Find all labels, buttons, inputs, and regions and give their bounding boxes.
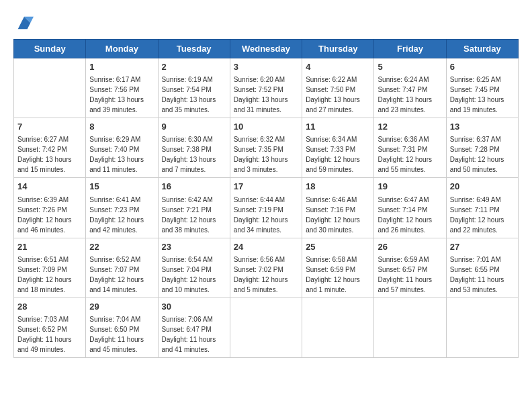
- day-number: 20: [450, 181, 515, 193]
- day-number: 29: [89, 301, 154, 313]
- day-number: 11: [306, 121, 370, 133]
- day-info: Sunrise: 6:56 AM Sunset: 7:02 PM Dayligh…: [234, 255, 298, 295]
- calendar-cell: 12Sunrise: 6:36 AM Sunset: 7:31 PM Dayli…: [374, 118, 446, 178]
- day-info: Sunrise: 6:49 AM Sunset: 7:11 PM Dayligh…: [450, 195, 515, 235]
- day-info: Sunrise: 6:59 AM Sunset: 6:57 PM Dayligh…: [378, 255, 442, 295]
- calendar-cell: 24Sunrise: 6:56 AM Sunset: 7:02 PM Dayli…: [230, 238, 302, 298]
- day-info: Sunrise: 6:44 AM Sunset: 7:19 PM Dayligh…: [234, 195, 298, 235]
- day-number: 16: [162, 181, 226, 193]
- calendar-cell: 23Sunrise: 6:54 AM Sunset: 7:04 PM Dayli…: [158, 238, 230, 298]
- day-info: Sunrise: 6:47 AM Sunset: 7:14 PM Dayligh…: [378, 195, 442, 235]
- calendar-cell: 29Sunrise: 7:04 AM Sunset: 6:50 PM Dayli…: [86, 298, 158, 357]
- day-info: Sunrise: 6:41 AM Sunset: 7:23 PM Dayligh…: [89, 195, 154, 235]
- day-number: 28: [17, 301, 82, 313]
- day-number: 8: [89, 121, 154, 133]
- day-number: 21: [17, 241, 82, 253]
- week-row-1: 1Sunrise: 6:17 AM Sunset: 7:56 PM Daylig…: [14, 58, 519, 118]
- day-number: 26: [378, 241, 442, 253]
- day-info: Sunrise: 6:46 AM Sunset: 7:16 PM Dayligh…: [306, 195, 370, 235]
- day-info: Sunrise: 6:42 AM Sunset: 7:21 PM Dayligh…: [162, 195, 226, 235]
- calendar-cell: 27Sunrise: 7:01 AM Sunset: 6:55 PM Dayli…: [446, 238, 518, 298]
- calendar-table: SundayMondayTuesdayWednesdayThursdayFrid…: [13, 39, 519, 358]
- day-info: Sunrise: 6:52 AM Sunset: 7:07 PM Dayligh…: [89, 255, 154, 295]
- calendar-cell: 30Sunrise: 7:06 AM Sunset: 6:47 PM Dayli…: [158, 298, 230, 357]
- calendar-cell: 8Sunrise: 6:29 AM Sunset: 7:40 PM Daylig…: [86, 118, 158, 178]
- day-info: Sunrise: 6:37 AM Sunset: 7:28 PM Dayligh…: [450, 134, 515, 175]
- day-number: 25: [306, 241, 370, 253]
- calendar-cell: 4Sunrise: 6:22 AM Sunset: 7:50 PM Daylig…: [302, 58, 374, 118]
- day-info: Sunrise: 6:17 AM Sunset: 7:56 PM Dayligh…: [89, 75, 154, 115]
- page-header: [13, 13, 519, 32]
- calendar-cell: 17Sunrise: 6:44 AM Sunset: 7:19 PM Dayli…: [230, 178, 302, 238]
- calendar-cell: 9Sunrise: 6:30 AM Sunset: 7:38 PM Daylig…: [158, 118, 230, 178]
- calendar-cell: 21Sunrise: 6:51 AM Sunset: 7:09 PM Dayli…: [14, 238, 86, 298]
- day-info: Sunrise: 6:29 AM Sunset: 7:40 PM Dayligh…: [89, 134, 154, 175]
- calendar-cell: 1Sunrise: 6:17 AM Sunset: 7:56 PM Daylig…: [86, 58, 158, 118]
- day-info: Sunrise: 6:22 AM Sunset: 7:50 PM Dayligh…: [306, 75, 370, 115]
- week-row-2: 7Sunrise: 6:27 AM Sunset: 7:42 PM Daylig…: [14, 118, 519, 178]
- day-number: 19: [378, 181, 442, 193]
- day-info: Sunrise: 6:32 AM Sunset: 7:35 PM Dayligh…: [234, 134, 298, 175]
- day-info: Sunrise: 6:24 AM Sunset: 7:47 PM Dayligh…: [378, 75, 442, 115]
- day-number: 14: [17, 181, 82, 193]
- day-info: Sunrise: 6:20 AM Sunset: 7:52 PM Dayligh…: [234, 75, 298, 115]
- day-info: Sunrise: 7:04 AM Sunset: 6:50 PM Dayligh…: [89, 314, 154, 355]
- day-info: Sunrise: 6:58 AM Sunset: 6:59 PM Dayligh…: [306, 255, 370, 295]
- day-header-wednesday: Wednesday: [230, 40, 302, 58]
- calendar-cell: 14Sunrise: 6:39 AM Sunset: 7:26 PM Dayli…: [14, 178, 86, 238]
- day-info: Sunrise: 7:01 AM Sunset: 6:55 PM Dayligh…: [450, 255, 515, 295]
- day-number: 6: [450, 61, 515, 73]
- day-number: 12: [378, 121, 442, 133]
- calendar-cell: [302, 298, 374, 357]
- day-number: 18: [306, 181, 370, 193]
- calendar-cell: 11Sunrise: 6:34 AM Sunset: 7:33 PM Dayli…: [302, 118, 374, 178]
- week-row-4: 21Sunrise: 6:51 AM Sunset: 7:09 PM Dayli…: [14, 238, 519, 298]
- day-number: 13: [450, 121, 515, 133]
- calendar-cell: 20Sunrise: 6:49 AM Sunset: 7:11 PM Dayli…: [446, 178, 518, 238]
- calendar-cell: 6Sunrise: 6:25 AM Sunset: 7:45 PM Daylig…: [446, 58, 518, 118]
- calendar-cell: 16Sunrise: 6:42 AM Sunset: 7:21 PM Dayli…: [158, 178, 230, 238]
- day-header-monday: Monday: [86, 40, 158, 58]
- calendar-cell: 2Sunrise: 6:19 AM Sunset: 7:54 PM Daylig…: [158, 58, 230, 118]
- day-number: 22: [89, 241, 154, 253]
- calendar-cell: 5Sunrise: 6:24 AM Sunset: 7:47 PM Daylig…: [374, 58, 446, 118]
- calendar-cell: 7Sunrise: 6:27 AM Sunset: 7:42 PM Daylig…: [14, 118, 86, 178]
- calendar-cell: 22Sunrise: 6:52 AM Sunset: 7:07 PM Dayli…: [86, 238, 158, 298]
- week-row-5: 28Sunrise: 7:03 AM Sunset: 6:52 PM Dayli…: [14, 298, 519, 357]
- week-row-3: 14Sunrise: 6:39 AM Sunset: 7:26 PM Dayli…: [14, 178, 519, 238]
- day-number: 24: [234, 241, 298, 253]
- calendar-cell: [374, 298, 446, 357]
- day-header-friday: Friday: [374, 40, 446, 58]
- calendar-cell: 18Sunrise: 6:46 AM Sunset: 7:16 PM Dayli…: [302, 178, 374, 238]
- day-info: Sunrise: 6:27 AM Sunset: 7:42 PM Dayligh…: [17, 134, 82, 175]
- calendar-cell: [14, 58, 86, 118]
- day-number: 5: [378, 61, 442, 73]
- day-info: Sunrise: 6:34 AM Sunset: 7:33 PM Dayligh…: [306, 134, 370, 175]
- logo-icon: [15, 13, 34, 32]
- calendar-cell: 28Sunrise: 7:03 AM Sunset: 6:52 PM Dayli…: [14, 298, 86, 357]
- calendar-cell: 3Sunrise: 6:20 AM Sunset: 7:52 PM Daylig…: [230, 58, 302, 118]
- day-number: 27: [450, 241, 515, 253]
- day-info: Sunrise: 6:25 AM Sunset: 7:45 PM Dayligh…: [450, 75, 515, 115]
- day-info: Sunrise: 6:51 AM Sunset: 7:09 PM Dayligh…: [17, 255, 82, 295]
- calendar-cell: 26Sunrise: 6:59 AM Sunset: 6:57 PM Dayli…: [374, 238, 446, 298]
- day-number: 9: [162, 121, 226, 133]
- day-info: Sunrise: 6:39 AM Sunset: 7:26 PM Dayligh…: [17, 195, 82, 235]
- calendar-cell: 13Sunrise: 6:37 AM Sunset: 7:28 PM Dayli…: [446, 118, 518, 178]
- calendar-cell: 25Sunrise: 6:58 AM Sunset: 6:59 PM Dayli…: [302, 238, 374, 298]
- day-info: Sunrise: 6:19 AM Sunset: 7:54 PM Dayligh…: [162, 75, 226, 115]
- day-info: Sunrise: 6:30 AM Sunset: 7:38 PM Dayligh…: [162, 134, 226, 175]
- day-number: 1: [89, 61, 154, 73]
- day-number: 7: [17, 121, 82, 133]
- day-header-tuesday: Tuesday: [158, 40, 230, 58]
- logo: [13, 13, 34, 32]
- day-number: 10: [234, 121, 298, 133]
- day-header-saturday: Saturday: [446, 40, 518, 58]
- calendar-cell: [230, 298, 302, 357]
- day-number: 17: [234, 181, 298, 193]
- day-number: 30: [162, 301, 226, 313]
- header-row: SundayMondayTuesdayWednesdayThursdayFrid…: [14, 40, 519, 58]
- day-number: 4: [306, 61, 370, 73]
- day-number: 15: [89, 181, 154, 193]
- day-number: 2: [162, 61, 226, 73]
